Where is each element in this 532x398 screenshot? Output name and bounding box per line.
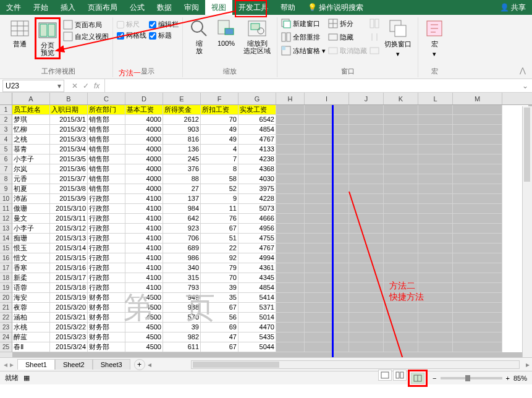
macros-button[interactable]: 宏▾ [422,17,447,59]
group-label-macros: 宏 [422,66,447,77]
enter-icon[interactable]: ✓ [83,82,89,90]
expand-fx-icon[interactable]: ⌄ [518,82,532,90]
chevron-down-icon: ▾ [396,50,400,58]
scroll-right-icon[interactable]: ▸ [523,360,532,369]
status-bar: 就绪 ▦ − + 85% [0,371,532,384]
new-window-button[interactable]: 新建窗口 [281,19,326,28]
svg-rect-22 [282,46,285,50]
hide-icon [328,32,338,42]
ribbon: 普通 分页 预览 页面布局 自定义视图 工作簿视图 标尺 网格线 编辑栏 标题 … [0,15,532,79]
arrange-all-button[interactable]: 全部重排 [281,32,326,42]
svg-rect-26 [329,34,337,40]
svg-rect-37 [396,372,399,378]
view-side-button [369,19,379,28]
tab-formulas[interactable]: 公式 [124,0,151,15]
sheet-tab-3[interactable]: Sheet3 [93,359,130,370]
tab-file[interactable]: 文件 [0,0,27,15]
freeze-panes-button[interactable]: 冻结窗格 ▾ [281,46,326,56]
svg-rect-20 [287,33,290,41]
zoom-sel-icon [247,19,267,38]
tab-data[interactable]: 数据 [151,0,178,15]
ruler-checkbox[interactable]: 标尺 [117,20,146,29]
chevron-down-icon: ▾ [322,47,326,55]
macro-record-icon[interactable]: ▦ [23,374,30,382]
svg-rect-0 [11,21,28,36]
name-box[interactable]: U23▾ [2,80,64,92]
svg-rect-19 [282,33,285,41]
unhide-icon [328,46,338,56]
fx-icon[interactable]: fx [94,82,99,90]
tab-pagelayout[interactable]: 页面布局 [82,0,124,15]
arrange-icon [281,32,291,42]
sync-scroll-button [369,32,379,42]
headings-checkbox[interactable]: 标题 [149,31,179,40]
tab-developer[interactable]: 开发工具 [232,0,274,15]
tab-insert[interactable]: 插入 [54,0,82,15]
hide-button[interactable]: 隐藏 [328,32,367,42]
sheet-tab-2[interactable]: Sheet2 [55,359,93,370]
zoom-button[interactable]: 缩 放 [187,17,211,56]
zoom-slider[interactable] [441,377,502,379]
formula-bar-checkbox[interactable]: 编辑栏 [149,20,179,29]
column-headers[interactable]: ABCDEFGHIJKLM [12,93,532,105]
split-button[interactable]: 拆分 [328,19,367,28]
tab-home[interactable]: 开始 [27,0,54,15]
svg-rect-36 [381,372,389,378]
svg-rect-6 [40,24,47,36]
zoom-out-button[interactable]: − [433,375,436,382]
page-layout-button[interactable]: 页面布局 [63,20,109,30]
vertical-scrollbar[interactable] [522,106,532,357]
zoom-100-button[interactable]: 100% [214,17,239,48]
status-ready: 就绪 [5,373,19,383]
tellme[interactable]: 💡 操作说明搜索 [302,0,369,15]
cancel-icon[interactable]: ✕ [72,82,78,90]
row-headers[interactable]: 1234567891011121314151617181920212223242… [0,105,12,357]
tab-help[interactable]: 帮助 [274,0,302,15]
zoom100-icon [216,19,236,38]
svg-point-10 [192,21,203,32]
scroll-left-icon[interactable]: ◂ [145,360,154,369]
macro-icon [424,19,444,38]
switch-windows-button[interactable]: 切换窗口▾ [382,17,414,59]
ribbon-tabs: 文件 开始 插入 页面布局 公式 数据 审阅 视图 开发工具 帮助 💡 操作说明… [0,0,532,15]
normal-view-icon[interactable] [378,370,392,381]
bulb-icon: 💡 [308,3,317,12]
grid[interactable]: 1234567891011121314151617181920212223242… [0,105,532,357]
page-layout-view-icon[interactable] [393,370,407,381]
custom-views-button[interactable]: 自定义视图 [63,32,109,41]
chevron-down-icon: ▾ [433,50,436,58]
share-button[interactable]: 👤共享 [494,2,532,13]
svg-line-11 [201,31,206,36]
select-all-corner[interactable] [0,93,12,105]
sheet-tab-1[interactable]: Sheet1 [17,359,55,370]
zoom-percent[interactable]: 85% [513,375,527,382]
page-break-line [332,105,334,357]
page-break-preview-button[interactable]: 分页 预览 [35,17,61,59]
window-icon [281,19,291,28]
page-icon [63,20,73,30]
page-break-icon [38,20,57,40]
svg-rect-38 [400,372,403,378]
reset-pos-button [369,46,379,56]
gridlines-checkbox[interactable]: 网格线 [117,31,146,40]
group-label-window: 窗口 [281,66,414,77]
zoom-in-button[interactable]: + [506,375,510,382]
sheet-nav[interactable]: ◂▸ [0,360,17,369]
svg-rect-29 [375,19,379,28]
svg-point-16 [258,28,264,34]
tab-review[interactable]: 审阅 [178,0,205,15]
svg-rect-32 [395,25,406,36]
normal-view-button[interactable]: 普通 [7,17,32,50]
formula-bar-row: U23▾ ✕ ✓ fx ⌄ [0,79,532,93]
svg-rect-13 [225,28,234,35]
chevron-down-icon[interactable]: ▾ [57,82,61,90]
page-break-view-icon[interactable] [411,373,424,384]
svg-rect-27 [329,48,337,54]
unhide-button[interactable]: 取消隐藏 [328,46,367,56]
horizontal-scrollbar[interactable] [191,360,520,369]
formula-input[interactable] [104,79,518,92]
tab-view[interactable]: 视图 [205,0,232,15]
new-sheet-button[interactable]: + [134,359,145,370]
zoom-selection-button[interactable]: 缩放到 选定区域 [241,17,273,56]
collapse-ribbon-button[interactable]: ⋀ [517,64,528,77]
